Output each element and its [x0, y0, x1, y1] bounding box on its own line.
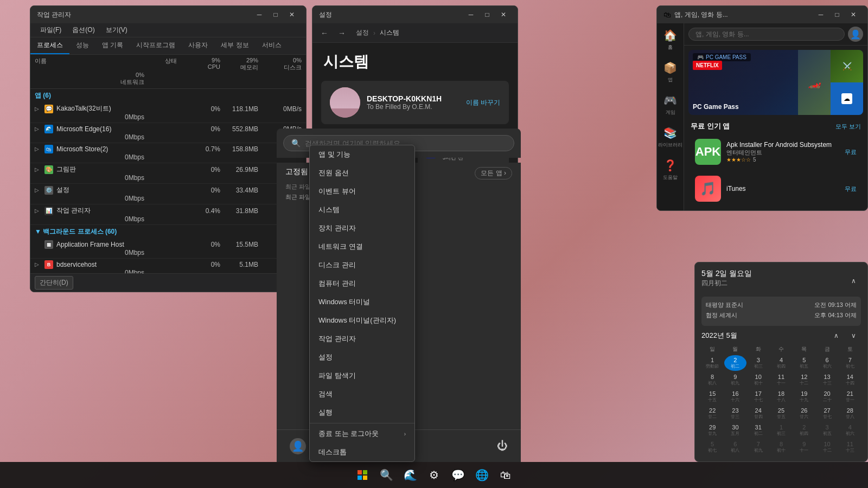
cal-day-4[interactable]: 4初四 — [770, 355, 792, 371]
settings-minimize[interactable]: ─ — [463, 9, 478, 20]
cal-day-n6[interactable]: 6初八 — [724, 439, 746, 455]
all-apps-button[interactable]: 모든 앱 › — [475, 167, 512, 179]
store-nav-home[interactable]: 🏠 홈 — [657, 23, 684, 56]
close-button[interactable]: ✕ — [284, 9, 299, 20]
cal-day-15[interactable]: 15十五 — [701, 389, 723, 404]
ctx-file-explorer[interactable]: 파일 탐색기 — [310, 367, 414, 385]
cal-day-30[interactable]: 30五月 — [724, 422, 746, 438]
search-button[interactable]: 🔍 — [375, 464, 397, 486]
maximize-button[interactable]: □ — [268, 9, 283, 20]
ctx-network[interactable]: 네트워크 연결 — [310, 237, 414, 256]
store-user-avatar[interactable]: 👤 — [848, 27, 863, 42]
store-maximize[interactable]: □ — [829, 9, 845, 20]
settings-taskbar-button[interactable]: ⚙ — [423, 464, 445, 486]
cal-day-8[interactable]: 8初八 — [701, 372, 723, 388]
ctx-shutdown[interactable]: 종료 또는 로그아웃 › — [310, 425, 414, 443]
menu-view[interactable]: 보기(V) — [100, 23, 133, 37]
ctx-task-manager[interactable]: 작업 관리자 — [310, 330, 414, 348]
table-row[interactable]: ▷🎨그림판 0% 26.9MB 0MB/s 0Mbps — [30, 163, 306, 184]
ctx-power-options[interactable]: 전원 옵션 — [310, 164, 414, 182]
cal-day-23[interactable]: 23廿三 — [724, 406, 746, 421]
browser-taskbar-button[interactable]: 🌐 — [471, 464, 493, 486]
settings-maximize[interactable]: □ — [480, 9, 495, 20]
cal-day-n3[interactable]: 3初五 — [816, 422, 838, 438]
tab-users[interactable]: 사용자 — [182, 37, 214, 54]
cal-day-27[interactable]: 27廿七 — [816, 406, 838, 421]
cal-day-29[interactable]: 29廿九 — [701, 422, 723, 438]
ctx-event-viewer[interactable]: 이벤트 뷰어 — [310, 182, 414, 201]
store-nav-apps[interactable]: 📦 앱 — [657, 56, 684, 88]
store-hero-banner[interactable]: 🎮 PC GAME PASS NETFLIX 🏎️ ⚔️ ☁ — [688, 50, 863, 115]
cal-day-9[interactable]: 9初九 — [724, 372, 746, 388]
cal-day-22[interactable]: 22廿二 — [701, 406, 723, 421]
cal-day-n7[interactable]: 7初九 — [748, 439, 769, 455]
cal-day-n4[interactable]: 4初六 — [839, 422, 861, 438]
cal-day-n11[interactable]: 11十三 — [839, 439, 861, 455]
cal-day-16[interactable]: 16十六 — [724, 389, 746, 404]
store-nav-library[interactable]: 📚 라이브러리 — [657, 121, 684, 153]
cal-day-1[interactable]: 1勞動節 — [701, 355, 723, 371]
table-row[interactable]: ▷📊작업 관리자 0.4% 31.8MB 0MB/s 0Mbps — [30, 204, 306, 225]
cal-day-n5[interactable]: 5初七 — [701, 439, 723, 455]
start-button[interactable] — [352, 464, 373, 486]
cal-day-2-today[interactable]: 2初二 — [724, 355, 746, 371]
cal-day-31[interactable]: 31初二 — [748, 422, 769, 438]
ctx-computer-management[interactable]: 컴퓨터 관리 — [310, 274, 414, 293]
minimize-button[interactable]: ─ — [252, 9, 267, 20]
cal-day-10[interactable]: 10初十 — [748, 372, 769, 388]
ctx-system[interactable]: 시스템 — [310, 201, 414, 219]
cal-day-19[interactable]: 19十九 — [793, 389, 815, 404]
store-minimize[interactable]: ─ — [813, 9, 828, 20]
ctx-run[interactable]: 실행 — [310, 403, 414, 422]
cal-day-14[interactable]: 14十四 — [839, 372, 861, 388]
table-row[interactable]: ▷🛍Microsoft Store(2) 0.7% 158.8MB 0MB/s … — [30, 143, 306, 163]
tab-details[interactable]: 세부 정보 — [214, 37, 255, 54]
table-row[interactable]: ▷⚙️설정 0% 33.4MB 0MB/s 0Mbps — [30, 184, 306, 204]
table-row[interactable]: ▷Bbdservicehost 0% 5.1MB 0MB/s 0Mbps — [30, 259, 306, 273]
store-nav-help[interactable]: ❓ 도움말 — [657, 153, 684, 186]
cal-day-17[interactable]: 17十七 — [748, 389, 769, 404]
cal-day-6[interactable]: 6初六 — [816, 355, 838, 371]
tab-process[interactable]: 프로세스 — [30, 37, 69, 54]
cal-day-13[interactable]: 13十三 — [816, 372, 838, 388]
table-row[interactable]: ▷💬KakaoTalk(32비트) 0% 118.1MB 0MB/s 0Mbps — [30, 102, 306, 123]
cal-day-12[interactable]: 12十二 — [793, 372, 815, 388]
store-search-input[interactable] — [688, 28, 845, 41]
cal-day-n8[interactable]: 8初十 — [770, 439, 792, 455]
cal-expand[interactable]: ∧ — [846, 275, 861, 286]
tab-startup[interactable]: 시작프로그램 — [130, 37, 182, 54]
cal-day-n1[interactable]: 1初三 — [770, 422, 792, 438]
tab-services[interactable]: 서비스 — [256, 37, 288, 54]
rename-button[interactable]: 이름 바꾸기 — [466, 98, 500, 107]
cal-day-28[interactable]: 28廿八 — [839, 406, 861, 421]
start-user-button[interactable]: 👤 — [285, 436, 310, 457]
cal-day-26[interactable]: 26廿六 — [793, 406, 815, 421]
cal-next-month[interactable]: ∨ — [846, 330, 861, 341]
ctx-settings[interactable]: 설정 — [310, 348, 414, 367]
ctx-search[interactable]: 검색 — [310, 385, 414, 403]
col-mem[interactable]: 29% 메모리 — [220, 57, 258, 72]
cal-prev-month[interactable]: ∧ — [828, 330, 844, 341]
store-app-item-itunes[interactable]: 🎵 iTunes 무료 — [691, 171, 861, 206]
menu-file[interactable]: 파일(F) — [35, 23, 67, 37]
edge-taskbar-button[interactable]: 🌊 — [399, 464, 421, 486]
cal-day-21[interactable]: 21廿一 — [839, 389, 861, 404]
cal-day-7[interactable]: 7初七 — [839, 355, 861, 371]
see-all-button[interactable]: 모두 보기 — [835, 123, 861, 131]
tab-performance[interactable]: 성능 — [69, 37, 95, 54]
cal-day-5[interactable]: 5初五 — [793, 355, 815, 371]
back-button[interactable]: ← — [317, 25, 332, 41]
table-row[interactable]: 🔲Application Frame Host 0% 15.5MB 0MB/s … — [30, 239, 306, 259]
cal-day-24[interactable]: 24廿四 — [748, 406, 769, 421]
tab-app-history[interactable]: 앱 기록 — [95, 37, 130, 54]
cal-day-3[interactable]: 3初三 — [748, 355, 769, 371]
store-taskbar-button[interactable]: 🛍 — [495, 464, 516, 486]
settings-close[interactable]: ✕ — [496, 9, 511, 20]
cal-day-n9[interactable]: 9十一 — [793, 439, 815, 455]
simplify-button[interactable]: 간단히(D) — [35, 276, 73, 290]
forward-button[interactable]: → — [334, 25, 349, 41]
menu-options[interactable]: 옵션(O) — [67, 23, 100, 37]
store-nav-games[interactable]: 🎮 게임 — [657, 88, 684, 121]
cal-day-18[interactable]: 18十八 — [770, 389, 792, 404]
ctx-apps-features[interactable]: 앱 및 기능 — [310, 145, 414, 164]
